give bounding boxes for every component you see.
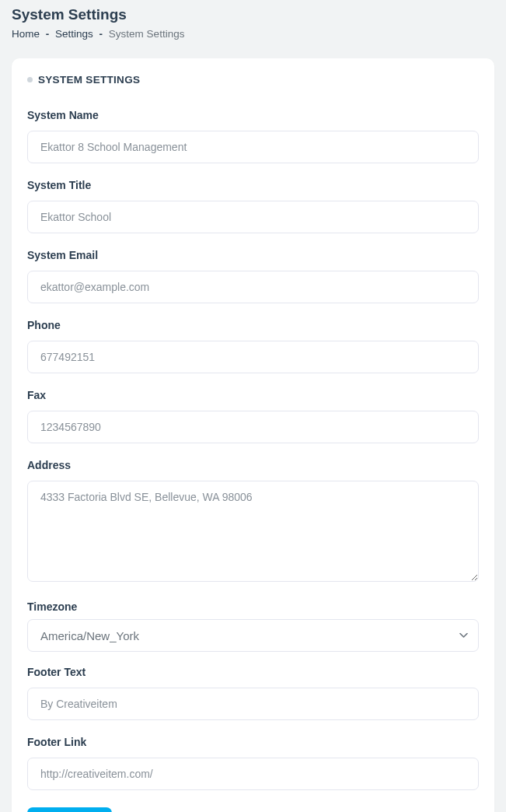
group-fax: Fax bbox=[27, 389, 479, 443]
label-timezone: Timezone bbox=[27, 600, 479, 613]
breadcrumb-sep: - bbox=[46, 28, 50, 40]
page-header: System Settings Home - Settings - System… bbox=[0, 0, 506, 49]
group-footer-text: Footer Text bbox=[27, 666, 479, 720]
footer-link-input[interactable] bbox=[27, 758, 479, 790]
system-name-input[interactable] bbox=[27, 131, 479, 163]
address-input[interactable] bbox=[27, 481, 479, 582]
card-title: SYSTEM SETTINGS bbox=[27, 74, 479, 86]
submit-button[interactable]: Submit bbox=[27, 807, 112, 812]
group-timezone: Timezone America/New_York bbox=[27, 600, 479, 652]
label-footer-text: Footer Text bbox=[27, 666, 479, 678]
dot-icon bbox=[27, 77, 33, 82]
phone-input[interactable] bbox=[27, 341, 479, 373]
breadcrumb-home[interactable]: Home bbox=[12, 28, 40, 40]
system-title-input[interactable] bbox=[27, 201, 479, 233]
settings-card: SYSTEM SETTINGS System Name System Title… bbox=[12, 58, 494, 812]
timezone-select-wrap: America/New_York bbox=[27, 619, 479, 652]
card-title-text: SYSTEM SETTINGS bbox=[38, 74, 140, 86]
page-title: System Settings bbox=[12, 6, 494, 23]
label-system-name: System Name bbox=[27, 109, 479, 121]
system-email-input[interactable] bbox=[27, 271, 479, 303]
group-phone: Phone bbox=[27, 319, 479, 373]
group-system-email: System Email bbox=[27, 249, 479, 303]
breadcrumb-sep: - bbox=[99, 28, 103, 40]
label-system-title: System Title bbox=[27, 179, 479, 191]
group-system-title: System Title bbox=[27, 179, 479, 233]
breadcrumb: Home - Settings - System Settings bbox=[12, 28, 494, 40]
group-footer-link: Footer Link bbox=[27, 736, 479, 790]
label-system-email: System Email bbox=[27, 249, 479, 261]
fax-input[interactable] bbox=[27, 411, 479, 443]
label-fax: Fax bbox=[27, 389, 479, 401]
breadcrumb-current: System Settings bbox=[109, 28, 185, 40]
group-system-name: System Name bbox=[27, 109, 479, 163]
footer-text-input[interactable] bbox=[27, 688, 479, 720]
label-phone: Phone bbox=[27, 319, 479, 331]
label-address: Address bbox=[27, 459, 479, 471]
breadcrumb-settings[interactable]: Settings bbox=[55, 28, 93, 40]
timezone-select[interactable]: America/New_York bbox=[27, 619, 479, 652]
label-footer-link: Footer Link bbox=[27, 736, 479, 748]
group-address: Address bbox=[27, 459, 479, 585]
